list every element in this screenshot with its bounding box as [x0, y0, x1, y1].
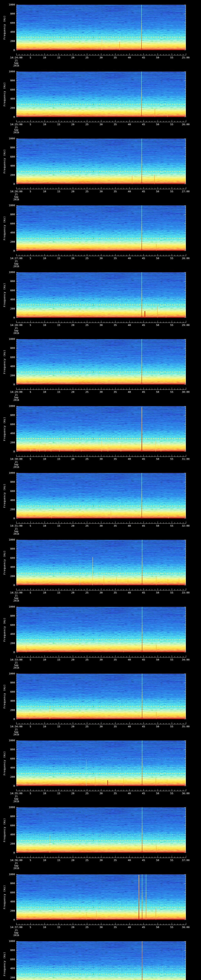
- x-tick: [64, 388, 65, 390]
- x-tick: [93, 656, 93, 657]
- baseline-strip: [16, 919, 186, 920]
- x-tick: [177, 723, 178, 724]
- x-tick-label: 10: [41, 56, 48, 59]
- x-tick: [160, 54, 161, 55]
- x-tick: [98, 723, 99, 724]
- transient-spike: [102, 39, 102, 50]
- y-tick: [185, 897, 186, 897]
- x-tick: [174, 388, 175, 390]
- baseline-strip: [16, 250, 186, 251]
- x-tick: [84, 723, 85, 724]
- x-tick-label: 40: [125, 926, 133, 929]
- spectrogram-image: [16, 807, 186, 853]
- y-tick-label: 400: [6, 566, 15, 568]
- x-tick: [93, 188, 93, 189]
- x-tick-label: 20: [69, 257, 77, 260]
- y-tick: [184, 576, 186, 576]
- x-tick: [152, 522, 152, 523]
- x-tick: [78, 723, 79, 724]
- x-tick-label: 40: [125, 123, 133, 126]
- y-tick: [16, 569, 17, 570]
- y-tick-label: 200: [6, 910, 15, 912]
- x-tick: [177, 455, 178, 457]
- y-tick: [184, 807, 186, 808]
- y-tick: [185, 101, 186, 101]
- x-tick: [132, 857, 132, 858]
- y-tick-label: 200: [6, 40, 15, 43]
- x-tick: [45, 388, 45, 390]
- x-tick: [70, 522, 70, 523]
- x-tick: [186, 388, 186, 390]
- spectrogram-image: [16, 72, 186, 117]
- transient-spike: [155, 441, 156, 452]
- y-tick: [16, 848, 17, 848]
- spectrogram-panel: Frequency (Hz) 14:29:00 30:00 21Sep2016 …: [0, 334, 201, 401]
- x-tick: [166, 924, 166, 925]
- y-tick: [16, 567, 18, 567]
- x-tick-label: 15: [55, 926, 62, 929]
- x-tick: [186, 856, 186, 858]
- x-tick: [33, 188, 34, 189]
- y-axis-title: Frequency (Hz): [3, 138, 6, 184]
- x-tick: [33, 924, 34, 925]
- x-tick: [98, 388, 99, 390]
- x-tick: [132, 188, 132, 189]
- transient-spike: [156, 244, 156, 251]
- x-tick: [87, 321, 87, 323]
- x-tick-label: 30: [97, 591, 105, 594]
- x-tick-label: 15: [55, 257, 62, 260]
- y-tick: [185, 578, 186, 579]
- transient-spike: [156, 845, 156, 853]
- x-tick-label: 45: [140, 591, 147, 594]
- x-tick-label: 55: [168, 659, 175, 661]
- x-tick: [70, 790, 70, 791]
- y-tick: [16, 652, 18, 652]
- x-tick: [172, 856, 172, 858]
- x-tick: [158, 53, 158, 55]
- y-tick: [16, 850, 17, 851]
- x-tick-label: 35: [111, 859, 119, 862]
- y-tick: [184, 339, 186, 339]
- transient-spike: [142, 406, 142, 452]
- y-tick: [16, 756, 17, 757]
- x-tick: [73, 655, 73, 657]
- spectrogram-panel: Frequency (Hz) 14:36:00 37:00 21Sep2016 …: [0, 803, 201, 869]
- x-tick: [107, 54, 107, 55]
- x-tick: [160, 656, 161, 657]
- end-time-label: 31:00: [177, 458, 195, 460]
- x-tick: [132, 522, 132, 523]
- x-tick: [81, 857, 81, 858]
- y-tick: [16, 698, 17, 699]
- y-tick: [16, 509, 18, 509]
- x-tick: [50, 790, 51, 791]
- x-tick: [183, 589, 183, 590]
- x-tick-label: 5: [27, 525, 34, 527]
- x-tick: [177, 857, 178, 858]
- x-tick: [78, 522, 79, 523]
- y-tick-label: 400: [6, 499, 15, 501]
- y-tick: [185, 219, 186, 219]
- x-tick: [146, 54, 147, 55]
- x-tick: [98, 54, 99, 55]
- x-tick: [67, 723, 67, 724]
- x-tick: [47, 790, 48, 791]
- x-tick: [70, 54, 70, 55]
- x-tick: [19, 656, 19, 657]
- spectrogram-panel: Frequency (Hz) 14:27:00 28:00 21Sep2016 …: [0, 201, 201, 267]
- start-time-label: 14:27:00: [8, 257, 25, 260]
- x-tick: [84, 589, 85, 590]
- spectrogram-image: [16, 339, 186, 385]
- x-tick: [39, 656, 39, 657]
- x-tick: [53, 723, 53, 724]
- y-tick: [185, 422, 186, 422]
- x-tick: [152, 321, 152, 323]
- end-time-label: 32:00: [177, 525, 195, 527]
- y-tick-label: 400: [6, 231, 15, 234]
- baseline-strip: [16, 652, 186, 652]
- y-tick: [185, 350, 186, 351]
- x-tick: [146, 924, 147, 925]
- y-tick-label: 400: [6, 700, 15, 702]
- y-tick-label: 0: [6, 517, 15, 520]
- y-tick: [16, 440, 17, 441]
- x-tick: [73, 455, 73, 457]
